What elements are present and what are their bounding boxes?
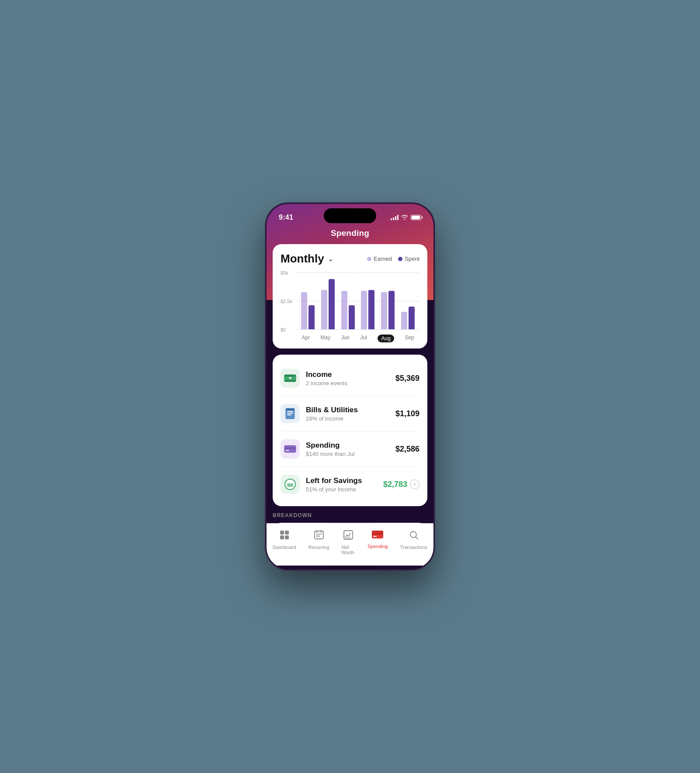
x-axis: Apr May Jun Jul Aug Sep bbox=[296, 335, 419, 342]
svg-rect-20 bbox=[315, 531, 323, 539]
svg-rect-8 bbox=[287, 414, 291, 415]
bills-sub: 28% of income bbox=[306, 415, 389, 422]
income-info: Income 2 income events bbox=[306, 370, 389, 386]
x-label-jun: Jun bbox=[341, 335, 350, 342]
spending-info: Spending $140 more than Jul bbox=[306, 441, 389, 457]
nav-item-spending[interactable]: Spending bbox=[361, 528, 394, 557]
svg-rect-7 bbox=[287, 413, 293, 414]
svg-rect-14 bbox=[287, 484, 293, 485]
bars-container bbox=[296, 273, 419, 329]
svg-rect-6 bbox=[287, 411, 293, 412]
savings-amount-group: $2,783 i bbox=[383, 480, 419, 489]
bottom-nav: Dashboard Recurring bbox=[267, 523, 433, 566]
income-row[interactable]: $ Income 2 income events $5,369 bbox=[281, 362, 419, 394]
savings-row[interactable]: Left for Savings 51% of your income $2,7… bbox=[281, 469, 419, 500]
x-label-aug[interactable]: Aug bbox=[378, 335, 394, 342]
bills-amount: $1,109 bbox=[395, 409, 419, 418]
dashboard-icon bbox=[279, 530, 290, 543]
bar-group-may[interactable] bbox=[321, 279, 335, 329]
svg-rect-18 bbox=[280, 535, 284, 539]
bar-group-jun[interactable] bbox=[341, 291, 355, 329]
chart-legend: Earned Spent bbox=[367, 255, 419, 262]
chevron-down-icon[interactable]: ⌄ bbox=[328, 255, 333, 263]
svg-rect-22 bbox=[316, 535, 318, 537]
svg-rect-17 bbox=[285, 531, 289, 535]
svg-rect-29 bbox=[372, 531, 383, 532]
chart-card: Monthly ⌄ Earned Spent bbox=[273, 244, 427, 349]
main-content[interactable]: Monthly ⌄ Earned Spent bbox=[267, 244, 433, 523]
legend-earned-label: Earned bbox=[374, 255, 392, 262]
phone-screen: 9:41 Spending bbox=[267, 204, 433, 569]
home-indicator bbox=[324, 567, 376, 569]
x-label-sep: Sep bbox=[405, 335, 414, 342]
svg-rect-19 bbox=[285, 535, 289, 539]
nav-item-dashboard[interactable]: Dashboard bbox=[267, 528, 302, 557]
dynamic-island bbox=[324, 208, 376, 223]
income-sub: 2 income events bbox=[306, 380, 389, 386]
wifi-icon bbox=[401, 214, 408, 221]
spending-name: Spending bbox=[306, 441, 389, 450]
bar-chart: $5k $2.5k $0 bbox=[281, 273, 419, 342]
svg-rect-11 bbox=[284, 447, 296, 449]
nav-label-transactions: Transactions bbox=[400, 545, 427, 550]
savings-amount: $2,783 bbox=[383, 480, 407, 489]
income-name: Income bbox=[306, 370, 389, 379]
breakdown-section: BREAKDOWN bbox=[273, 512, 427, 523]
spending-row[interactable]: Spending $140 more than Jul $2,586 bbox=[281, 433, 419, 465]
svg-rect-16 bbox=[280, 531, 284, 535]
spending-nav-icon bbox=[371, 530, 384, 542]
app-title: Spending bbox=[267, 225, 433, 244]
nav-label-recurring: Recurring bbox=[308, 545, 329, 550]
x-label-apr: Apr bbox=[301, 335, 310, 342]
svg-rect-9 bbox=[286, 408, 295, 411]
svg-rect-23 bbox=[318, 535, 319, 537]
nav-label-dashboard: Dashboard bbox=[273, 545, 296, 550]
bar-group-jul[interactable] bbox=[361, 290, 374, 329]
bills-icon bbox=[281, 404, 300, 423]
legend-earned: Earned bbox=[367, 255, 392, 262]
svg-rect-25 bbox=[345, 538, 351, 538]
nav-item-recurring[interactable]: Recurring bbox=[302, 528, 336, 557]
svg-rect-27 bbox=[372, 533, 383, 535]
bar-group-apr[interactable] bbox=[301, 292, 315, 329]
nav-label-networth: Net Worth bbox=[342, 545, 355, 555]
income-icon: $ bbox=[281, 369, 300, 388]
bills-name: Bills & Utilities bbox=[306, 406, 389, 414]
svg-rect-28 bbox=[373, 536, 377, 537]
chart-title: Monthly bbox=[281, 252, 324, 266]
savings-icon bbox=[281, 475, 300, 494]
spending-amount: $2,586 bbox=[395, 445, 419, 454]
earned-dot bbox=[367, 257, 371, 261]
x-label-jul: Jul bbox=[360, 335, 367, 342]
transactions-icon bbox=[409, 530, 419, 543]
legend-spent-label: Spent bbox=[405, 255, 419, 262]
bar-group-sep[interactable] bbox=[401, 307, 415, 329]
chart-header: Monthly ⌄ Earned Spent bbox=[281, 252, 419, 266]
savings-sub: 51% of your income bbox=[306, 486, 377, 493]
status-time: 9:41 bbox=[279, 214, 293, 221]
svg-rect-21 bbox=[316, 534, 322, 535]
spent-dot bbox=[398, 257, 402, 261]
breakdown-label: BREAKDOWN bbox=[273, 512, 427, 518]
svg-rect-1 bbox=[284, 375, 296, 376]
phone-frame: 9:41 Spending bbox=[265, 202, 435, 571]
nav-label-spending: Spending bbox=[367, 544, 388, 549]
svg-rect-15 bbox=[287, 486, 293, 487]
nav-item-networth[interactable]: Net Worth bbox=[336, 528, 361, 557]
savings-info: Left for Savings 51% of your income bbox=[306, 476, 377, 493]
x-label-may: May bbox=[320, 335, 330, 342]
status-icons bbox=[391, 214, 421, 221]
info-circle-icon[interactable]: i bbox=[410, 480, 419, 489]
bills-info: Bills & Utilities 28% of income bbox=[306, 406, 389, 422]
bills-row[interactable]: Bills & Utilities 28% of income $1,109 bbox=[281, 398, 419, 429]
signal-icon bbox=[391, 215, 399, 220]
bar-group-aug[interactable] bbox=[381, 291, 395, 329]
svg-rect-2 bbox=[284, 380, 296, 382]
finance-card: $ Income 2 income events $5,369 bbox=[273, 355, 427, 506]
battery-icon bbox=[411, 215, 421, 220]
chart-title-group[interactable]: Monthly ⌄ bbox=[281, 252, 333, 266]
nav-item-transactions[interactable]: Transactions bbox=[394, 528, 433, 557]
legend-spent: Spent bbox=[398, 255, 419, 262]
savings-name: Left for Savings bbox=[306, 476, 377, 485]
svg-rect-12 bbox=[286, 450, 289, 451]
